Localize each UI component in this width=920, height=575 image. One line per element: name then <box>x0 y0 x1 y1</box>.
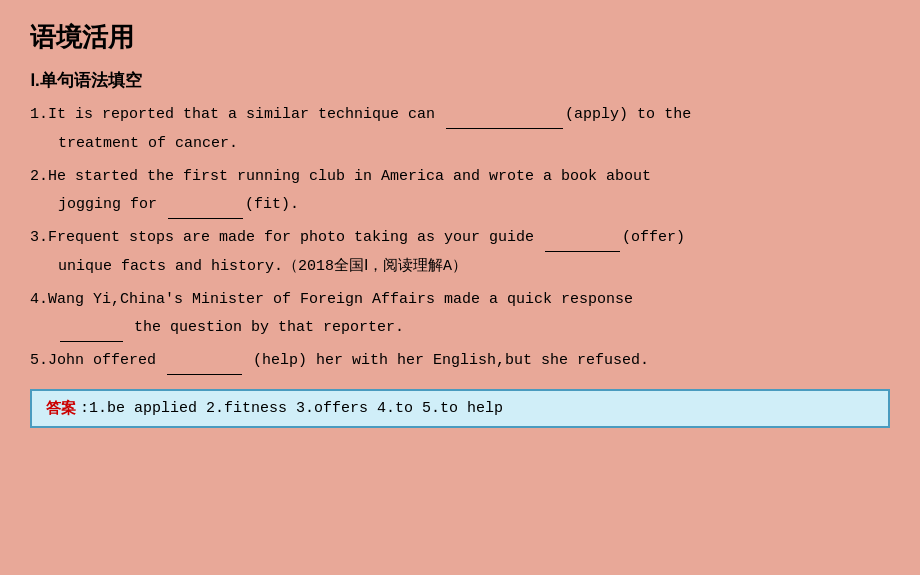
question-4-line1: 4.Wang Yi,China's Minister of Foreign Af… <box>30 287 890 313</box>
question-2-line2: jogging for (fit). <box>30 192 890 219</box>
blank-2 <box>168 192 243 219</box>
blank-1 <box>446 102 563 129</box>
blank-3 <box>545 225 620 252</box>
question-4-line2: the question by that reporter. <box>30 315 890 342</box>
main-container: 语境活用 Ⅰ.单句语法填空 1.It is reported that a si… <box>0 0 920 575</box>
question-3-line1: 3.Frequent stops are made for photo taki… <box>30 225 890 252</box>
content-area: 1.It is reported that a similar techniqu… <box>30 102 890 375</box>
section-header: Ⅰ.单句语法填空 <box>30 69 890 92</box>
answer-content: 1.be applied 2.fitness 3.offers 4.to 5.t… <box>89 400 503 417</box>
blank-5 <box>167 348 242 375</box>
answer-label: 答案 <box>46 399 76 418</box>
page-title: 语境活用 <box>30 20 890 55</box>
question-3-line2: unique facts and history.（2018全国Ⅰ，阅读理解A） <box>30 254 890 280</box>
blank-4 <box>60 315 123 342</box>
question-5-line1: 5.John offered (help) her with her Engli… <box>30 348 890 375</box>
answer-colon: : <box>80 400 89 417</box>
question-2-line1: 2.He started the first running club in A… <box>30 164 890 190</box>
answer-box: 答案 : 1.be applied 2.fitness 3.offers 4.t… <box>30 389 890 428</box>
question-1-line1: 1.It is reported that a similar techniqu… <box>30 102 890 129</box>
question-1-line2: treatment of cancer. <box>30 131 890 157</box>
